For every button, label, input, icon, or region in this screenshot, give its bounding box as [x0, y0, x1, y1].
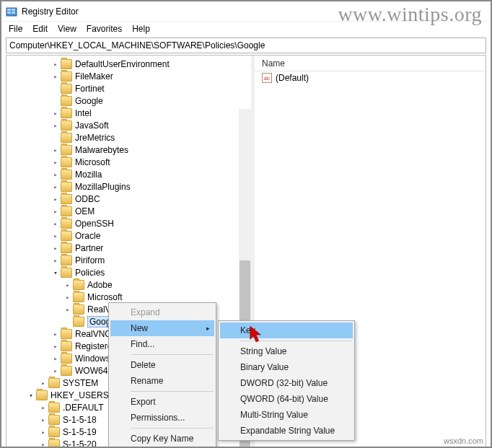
- tree-item-label: RealVNC: [75, 329, 111, 339]
- tree-item-openssh[interactable]: OpenSSH: [8, 217, 246, 229]
- context-menu[interactable]: ExpandNew▸Find...DeleteRenameExportPermi…: [108, 302, 216, 448]
- expand-icon[interactable]: [50, 206, 61, 216]
- string-value-icon: ab: [262, 73, 272, 83]
- menu-help[interactable]: Help: [128, 23, 154, 35]
- footer-credit: wsxdn.com: [444, 436, 483, 445]
- tree-item-adobe[interactable]: Adobe: [8, 278, 246, 291]
- tree-item-filemaker[interactable]: FileMaker: [8, 70, 246, 82]
- menu-favorites[interactable]: Favorites: [82, 23, 126, 35]
- folder-icon: [48, 427, 60, 437]
- expand-icon[interactable]: [50, 243, 61, 252]
- folder-icon: [61, 157, 72, 167]
- menu-item-new[interactable]: New▸: [110, 320, 214, 336]
- menu-view[interactable]: View: [53, 23, 81, 35]
- menu-file[interactable]: File: [4, 23, 27, 35]
- tree-item-label: OpenSSH: [75, 219, 114, 229]
- expand-icon[interactable]: [50, 170, 61, 179]
- tree-item-partner[interactable]: Partner: [8, 242, 246, 254]
- menu-item-string-value[interactable]: String Value: [220, 343, 353, 359]
- tree-item-oracle[interactable]: Oracle: [8, 229, 246, 242]
- menu-item-expandable-string-value[interactable]: Expandable String Value: [220, 423, 353, 439]
- menu-item-qword-64-bit-value[interactable]: QWORD (64-bit) Value: [220, 391, 353, 407]
- expand-icon[interactable]: [38, 415, 48, 424]
- tree-item-malwarebytes[interactable]: Malwarebytes: [8, 144, 246, 156]
- expand-icon[interactable]: [50, 59, 61, 69]
- expand-icon[interactable]: [50, 341, 61, 351]
- tree-item-label: S-1-5-18: [63, 415, 97, 425]
- expand-icon[interactable]: [50, 231, 61, 240]
- menu-item-key[interactable]: Key: [220, 322, 353, 338]
- tree-item-label: Malwarebytes: [75, 145, 128, 155]
- tree-item-intel[interactable]: Intel: [8, 107, 246, 119]
- tree-item-google[interactable]: Google: [8, 95, 246, 107]
- menu-item-label: Multi-String Value: [240, 410, 308, 420]
- folder-icon: [61, 206, 72, 216]
- expand-icon[interactable]: [63, 292, 73, 302]
- tree-item-mozilla[interactable]: Mozilla: [8, 168, 246, 180]
- expand-icon[interactable]: [50, 120, 61, 130]
- expand-icon[interactable]: [38, 439, 48, 447]
- expand-icon[interactable]: [38, 378, 48, 387]
- expand-icon[interactable]: [50, 353, 61, 363]
- menu-item-rename[interactable]: Rename: [110, 373, 214, 389]
- menu-item-find[interactable]: Find...: [110, 336, 214, 352]
- menu-item-multi-string-value[interactable]: Multi-String Value: [220, 407, 353, 423]
- folder-icon: [61, 194, 72, 204]
- menu-item-dword-32-bit-value[interactable]: DWORD (32-bit) Value: [220, 375, 353, 391]
- tree-item-piriform[interactable]: Piriform: [8, 254, 246, 266]
- menu-edit[interactable]: Edit: [28, 23, 52, 35]
- list-header-name[interactable]: Name: [255, 56, 486, 71]
- expand-icon[interactable]: [63, 304, 73, 314]
- folder-icon: [61, 59, 72, 69]
- menu-item-binary-value[interactable]: Binary Value: [220, 359, 353, 375]
- menu-separator: [131, 428, 214, 429]
- expand-icon[interactable]: [50, 157, 61, 167]
- tree-item-policies[interactable]: Policies: [8, 266, 246, 278]
- expand-icon[interactable]: [50, 329, 61, 338]
- expand-icon[interactable]: [63, 280, 73, 289]
- expand-icon[interactable]: [50, 145, 61, 154]
- menu-item-export[interactable]: Export: [110, 394, 214, 410]
- expand-icon[interactable]: [50, 255, 61, 265]
- menu-separator: [131, 354, 214, 355]
- collapse-icon[interactable]: [50, 268, 61, 277]
- folder-icon: [61, 329, 72, 339]
- folder-icon: [73, 304, 84, 315]
- tree-item-odbc[interactable]: ODBC: [8, 193, 246, 205]
- tree-item-mozillaplugins[interactable]: MozillaPlugins: [8, 180, 246, 193]
- menu-item-label: Expand: [131, 307, 160, 317]
- folder-icon: [61, 182, 72, 192]
- menu-item-permissions[interactable]: Permissions...: [110, 410, 214, 426]
- tree-item-label: HKEY_USERS: [50, 390, 109, 400]
- tree-item-microsoft[interactable]: Microsoft: [8, 156, 246, 168]
- folder-icon: [61, 341, 72, 351]
- tree-item-microsoft[interactable]: Microsoft: [8, 291, 246, 303]
- expand-icon[interactable]: [50, 219, 61, 228]
- collapse-icon[interactable]: [26, 390, 36, 400]
- tree-item-oem[interactable]: OEM: [8, 205, 246, 217]
- tree-item-fortinet[interactable]: Fortinet: [8, 82, 246, 95]
- submenu-arrow-icon: ▸: [206, 325, 210, 332]
- folder-icon: [61, 71, 72, 82]
- context-submenu-new[interactable]: KeyString ValueBinary ValueDWORD (32-bit…: [218, 320, 355, 441]
- expand-icon[interactable]: [38, 403, 48, 412]
- tree-item-jremetrics[interactable]: JreMetrics: [8, 131, 246, 144]
- folder-icon: [36, 390, 48, 400]
- expand-icon[interactable]: [50, 108, 61, 118]
- expand-icon[interactable]: [50, 182, 61, 191]
- list-item-default[interactable]: ab (Default): [255, 71, 486, 84]
- menu-item-label: Copy Key Name: [131, 434, 193, 444]
- menu-item-delete[interactable]: Delete: [110, 357, 214, 373]
- folder-icon: [61, 231, 72, 241]
- window-title: Registry Editor: [22, 6, 79, 17]
- expand-icon[interactable]: [50, 71, 61, 81]
- tree-item-defaultuserenvironment[interactable]: DefaultUserEnvironment: [8, 58, 246, 70]
- tree-item-javasoft[interactable]: JavaSoft: [8, 119, 246, 131]
- expand-icon[interactable]: [50, 366, 61, 375]
- address-bar[interactable]: Computer\HKEY_LOCAL_MACHINE\SOFTWARE\Pol…: [6, 38, 486, 53]
- menu-item-copy-key-name[interactable]: Copy Key Name: [110, 431, 214, 447]
- expand-icon[interactable]: [50, 194, 61, 203]
- expand-icon[interactable]: [38, 427, 48, 436]
- menu-item-label: Rename: [131, 376, 163, 386]
- folder-icon: [61, 145, 72, 155]
